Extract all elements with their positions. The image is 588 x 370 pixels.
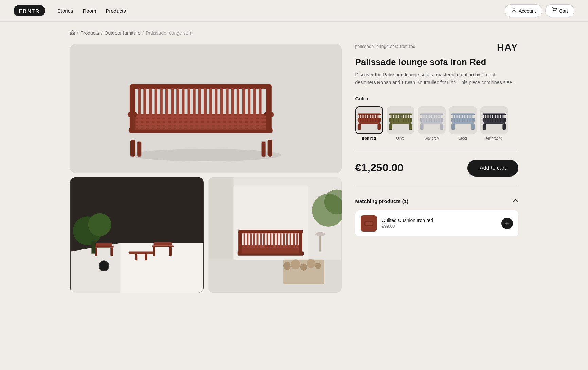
- svg-rect-104: [369, 114, 370, 123]
- svg-rect-99: [361, 114, 362, 123]
- svg-rect-179: [483, 122, 504, 124]
- account-button[interactable]: Account: [505, 4, 542, 17]
- product-title: Palissade lounge sofa Iron Red: [355, 57, 518, 68]
- svg-rect-126: [409, 114, 410, 123]
- svg-rect-47: [94, 246, 113, 248]
- color-option-anthracite[interactable]: Anthracite: [480, 106, 508, 140]
- breadcrumb-sep-1: /: [77, 30, 78, 36]
- svg-rect-162: [452, 122, 473, 124]
- header: FRNTR Stories Room Products Account: [0, 0, 588, 22]
- secondary-image-1: [70, 177, 204, 293]
- matching-add-button[interactable]: +: [501, 218, 513, 229]
- cart-button[interactable]: Cart: [545, 4, 574, 17]
- svg-rect-160: [471, 114, 472, 123]
- nav-stories[interactable]: Stories: [57, 8, 73, 14]
- svg-rect-156: [464, 114, 465, 123]
- nav-products[interactable]: Products: [106, 8, 126, 14]
- svg-rect-171: [493, 114, 494, 123]
- color-swatch-iron-red: [355, 106, 383, 134]
- matching-item-left: Quilted Cushion Iron red €99.00: [361, 215, 433, 232]
- home-icon[interactable]: [70, 30, 75, 36]
- svg-rect-132: [422, 114, 423, 123]
- secondary-images: [70, 177, 342, 293]
- svg-rect-76: [263, 233, 265, 248]
- svg-rect-51: [135, 254, 137, 260]
- svg-rect-71: [247, 233, 248, 248]
- color-options: Iron red: [355, 106, 518, 140]
- svg-rect-173: [496, 114, 497, 123]
- svg-rect-55: [153, 247, 155, 256]
- svg-point-0: [513, 8, 515, 10]
- svg-rect-120: [399, 114, 400, 123]
- svg-rect-155: [463, 114, 464, 123]
- breadcrumb-current: Palissade lounge sofa: [146, 30, 192, 36]
- sku-brand-row: palissade-lounge-sofa-iron-red HAY: [355, 44, 518, 53]
- svg-rect-119: [397, 114, 398, 123]
- svg-point-60: [99, 261, 109, 271]
- svg-rect-170: [491, 114, 492, 123]
- svg-rect-152: [458, 114, 459, 123]
- svg-rect-143: [440, 114, 441, 123]
- svg-rect-178: [482, 113, 505, 115]
- account-label: Account: [519, 8, 536, 14]
- svg-point-2: [555, 12, 556, 12]
- svg-rect-109: [377, 114, 378, 123]
- svg-rect-116: [392, 114, 393, 123]
- main-product-image: [70, 44, 342, 173]
- svg-rect-74: [256, 233, 258, 248]
- header-left: FRNTR Stories Room Products: [14, 5, 126, 16]
- svg-rect-11: [266, 85, 271, 132]
- color-option-iron-red[interactable]: Iron red: [355, 106, 383, 140]
- svg-rect-46: [95, 243, 112, 246]
- brand-logo: HAY: [497, 42, 518, 53]
- matching-toggle-button[interactable]: [512, 197, 518, 205]
- svg-rect-40: [136, 122, 266, 124]
- nav-room[interactable]: Room: [83, 8, 96, 14]
- breadcrumb-products[interactable]: Products: [80, 30, 99, 36]
- svg-rect-85: [293, 233, 295, 248]
- color-swatch-steel: [449, 106, 477, 134]
- svg-rect-105: [371, 114, 372, 123]
- svg-rect-53: [153, 242, 172, 246]
- matching-item-info: Quilted Cushion Iron red €99.00: [382, 218, 433, 229]
- svg-rect-181: [502, 124, 506, 130]
- svg-rect-133: [423, 114, 424, 123]
- color-option-olive[interactable]: Olive: [387, 106, 414, 140]
- svg-rect-138: [432, 114, 433, 123]
- svg-rect-157: [466, 114, 467, 123]
- color-section: Color: [355, 96, 518, 140]
- color-name-steel: Steel: [459, 136, 467, 140]
- svg-rect-82: [283, 233, 285, 248]
- svg-rect-161: [451, 113, 474, 115]
- svg-rect-73: [253, 233, 255, 248]
- svg-rect-125: [407, 114, 408, 123]
- product-info: palissade-lounge-sofa-iron-red HAY Palis…: [355, 44, 518, 236]
- product-layout: palissade-lounge-sofa-iron-red HAY Palis…: [70, 44, 518, 293]
- svg-rect-101: [364, 114, 365, 123]
- matching-item-price: €99.00: [382, 224, 433, 229]
- logo[interactable]: FRNTR: [14, 5, 45, 16]
- svg-rect-106: [372, 114, 373, 123]
- color-option-steel[interactable]: Steel: [449, 106, 477, 140]
- svg-rect-102: [366, 114, 367, 123]
- svg-point-58: [88, 213, 111, 236]
- svg-point-94: [315, 232, 325, 236]
- svg-rect-83: [286, 233, 288, 248]
- breadcrumb-outdoor[interactable]: Outdoor furniture: [105, 30, 141, 36]
- images-column: [70, 44, 342, 293]
- main-content: / Products / Outdoor furniture / Palissa…: [56, 22, 532, 313]
- svg-rect-56: [169, 247, 171, 256]
- svg-rect-41: [136, 126, 266, 128]
- add-to-cart-button[interactable]: Add to cart: [467, 160, 518, 177]
- breadcrumb: / Products / Outdoor furniture / Palissa…: [70, 30, 518, 36]
- svg-rect-86: [296, 233, 298, 248]
- header-right: Account Cart: [505, 4, 574, 17]
- color-name-olive: Olive: [396, 136, 405, 140]
- secondary-image-2: [208, 177, 342, 293]
- cart-icon: [552, 7, 557, 14]
- matching-item-name: Quilted Cushion Iron red: [382, 218, 433, 223]
- svg-rect-112: [357, 124, 361, 130]
- color-option-sky-grey[interactable]: Sky grey: [418, 106, 446, 140]
- svg-rect-153: [460, 114, 461, 123]
- svg-rect-84: [289, 233, 291, 248]
